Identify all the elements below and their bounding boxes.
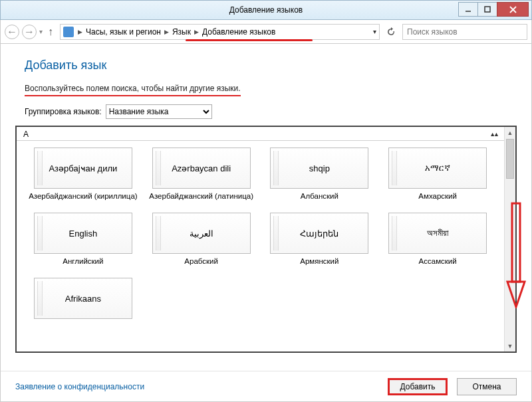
svg-rect-1 bbox=[485, 7, 490, 12]
language-tile[interactable]: አማርኛАмхарский bbox=[382, 148, 493, 210]
explorer-navbar: ← → ▾ ↑ ▶ Часы, язык и регион ▶ Язык ▶ Д… bbox=[0, 20, 532, 44]
refresh-button[interactable] bbox=[384, 25, 398, 39]
language-native: Afrikaans bbox=[34, 278, 132, 319]
language-native: Հայերեն bbox=[270, 213, 368, 254]
scroll-down-button[interactable]: ▼ bbox=[505, 340, 515, 352]
language-tile[interactable]: Азәрбајҹан дилиАзербайджанский (кириллиц… bbox=[27, 148, 139, 210]
search-input[interactable] bbox=[402, 24, 527, 40]
language-label: Армянский bbox=[300, 256, 338, 275]
language-tile[interactable]: অসমীয়াАссамский bbox=[382, 213, 493, 275]
language-label: Английский bbox=[63, 256, 103, 275]
annotation-underline bbox=[186, 39, 313, 41]
page-hint: Воспользуйтесь полем поиска, чтобы найти… bbox=[25, 84, 241, 96]
crumb-add-languages[interactable]: Добавление языков bbox=[200, 27, 277, 37]
language-native: shqip bbox=[270, 148, 368, 189]
scroll-up-button[interactable]: ▲ bbox=[505, 127, 515, 138]
crumb-language[interactable]: Язык bbox=[170, 27, 193, 37]
dialog-footer: Заявление о конфиденциальности Добавить … bbox=[1, 371, 531, 401]
back-button[interactable]: ← bbox=[5, 25, 19, 39]
language-label: Амхарский bbox=[418, 191, 457, 210]
maximize-button[interactable] bbox=[477, 2, 497, 17]
add-button[interactable]: Добавить bbox=[388, 378, 448, 395]
forward-button[interactable]: → bbox=[22, 25, 37, 39]
language-tile[interactable]: shqipАлбанский bbox=[264, 148, 376, 210]
close-button[interactable] bbox=[497, 2, 529, 17]
collapse-icon: ▲▲ bbox=[489, 131, 497, 138]
minimize-button[interactable] bbox=[458, 2, 478, 17]
language-label: Ассамский bbox=[419, 256, 457, 275]
crumb-clock-lang-region[interactable]: Часы, язык и регион bbox=[84, 27, 163, 37]
grouping-label: Группировка языков: bbox=[25, 107, 102, 116]
window-titlebar: Добавление языков bbox=[0, 0, 532, 20]
cancel-button[interactable]: Отмена bbox=[457, 378, 517, 395]
language-tile[interactable]: EnglishАнглийский bbox=[27, 213, 139, 275]
nav-arrows: ← → ▾ ↑ bbox=[5, 25, 56, 39]
vertical-scrollbar[interactable]: ▲ ▼ bbox=[504, 127, 515, 352]
breadcrumb[interactable]: ▶ Часы, язык и регион ▶ Язык ▶ Добавлени… bbox=[60, 24, 380, 40]
language-tile[interactable]: ՀայերենАрмянский bbox=[264, 213, 376, 275]
language-list: A ▲▲ Азәрбајҹан дилиАзербайджанский (кир… bbox=[15, 126, 517, 353]
language-label: Азербайджанский (латиница) bbox=[149, 191, 253, 210]
language-native: অসমীয়া bbox=[388, 213, 487, 254]
scroll-thumb[interactable] bbox=[506, 139, 514, 179]
window-title: Добавление языков bbox=[1, 5, 531, 15]
language-native: العربية bbox=[152, 213, 251, 254]
privacy-link[interactable]: Заявление о конфиденциальности bbox=[15, 382, 144, 391]
language-native: Азәрбајҹан дили bbox=[34, 148, 132, 189]
language-tile[interactable]: Azərbaycan diliАзербайджанский (латиница… bbox=[146, 148, 257, 210]
section-header[interactable]: A ▲▲ bbox=[17, 127, 504, 141]
language-native: አማርኛ bbox=[388, 148, 487, 189]
language-tile[interactable]: العربيةАрабский bbox=[146, 213, 257, 275]
language-native: Azərbaycan dili bbox=[152, 148, 251, 189]
chevron-right-icon: ▶ bbox=[193, 29, 200, 35]
chevron-right-icon: ▶ bbox=[76, 29, 84, 35]
language-tile[interactable]: Afrikaans bbox=[27, 278, 139, 340]
content-pane: Добавить язык Воспользуйтесь полем поиск… bbox=[0, 44, 532, 402]
language-label: Албанский bbox=[301, 191, 338, 210]
language-label: Арабский bbox=[184, 256, 218, 275]
window-buttons bbox=[458, 2, 529, 17]
control-panel-icon bbox=[63, 27, 74, 37]
grouping-select[interactable]: Название языка bbox=[106, 104, 212, 119]
language-native: English bbox=[34, 213, 132, 254]
section-letter: A bbox=[23, 130, 29, 139]
language-label: Азербайджанский (кириллица) bbox=[29, 191, 137, 210]
history-dropdown[interactable]: ▾ bbox=[39, 28, 43, 35]
page-heading: Добавить язык bbox=[25, 58, 507, 72]
up-button[interactable]: ↑ bbox=[45, 26, 56, 38]
breadcrumb-dropdown-icon[interactable]: ▾ bbox=[373, 28, 376, 35]
chevron-right-icon: ▶ bbox=[163, 29, 170, 35]
